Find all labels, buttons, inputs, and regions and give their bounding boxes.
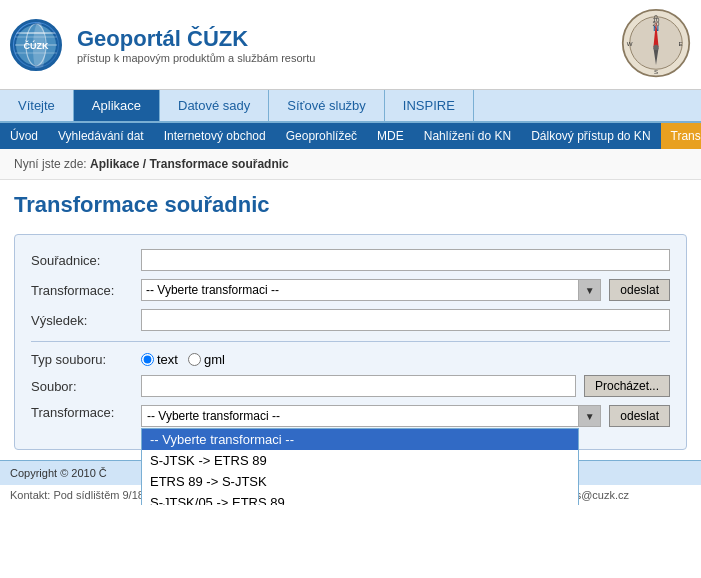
typ-souboru-label: Typ souboru: — [31, 352, 141, 367]
compass-area: 0 10 20 E S W N — [621, 8, 691, 81]
nav-datove-sady[interactable]: Datové sady — [160, 90, 269, 121]
dropdown-list: -- Vyberte transformaci -- S-JTSK -> ETR… — [141, 428, 579, 505]
logo-area: ČÚZK Geoportál ČÚZK přístup k mapovým pr… — [10, 19, 315, 71]
transformace-select-1[interactable]: -- Vyberte transformaci -- — [141, 279, 579, 301]
nav2-internetovy-obchod[interactable]: Internetový obchod — [154, 123, 276, 149]
vysledek-row: Výsledek: — [31, 309, 670, 331]
dropdown-item-vyberte[interactable]: -- Vyberte transformaci -- — [142, 429, 578, 450]
dropdown-item-sjtsk05-etrs89[interactable]: S-JTSK/05 -> ETRS 89 — [142, 492, 578, 505]
transformace-arrow-2[interactable]: ▼ — [579, 405, 601, 427]
radio-text-label[interactable]: text — [141, 352, 178, 367]
transformace-select-arrow-1[interactable]: ▼ — [579, 279, 601, 301]
logo-globe-icon: ČÚZK — [10, 19, 62, 71]
copyright-text: Copyright © 2010 Č — [10, 467, 107, 479]
odeslat-button-2[interactable]: odeslat — [609, 405, 670, 427]
souradnice-input[interactable] — [141, 249, 670, 271]
transformace-dropdown-area: ▼ -- Vyberte transformaci -- S-JTSK -> E… — [141, 405, 601, 427]
nav2-vyhledavani[interactable]: Vyhledávání dat — [48, 123, 154, 149]
prochazet-button[interactable]: Procházet... — [584, 375, 670, 397]
nav-aplikace[interactable]: Aplikace — [74, 90, 160, 121]
transformace-label-1: Transformace: — [31, 283, 141, 298]
typ-souboru-row: Typ souboru: text gml — [31, 352, 670, 367]
breadcrumb-path: Aplikace / Transformace souřadnic — [90, 157, 289, 171]
nav2-trans[interactable]: Trans — [661, 123, 701, 149]
nav-inspire[interactable]: INSPIRE — [385, 90, 474, 121]
page-title-area: Transformace souřadnic — [0, 180, 701, 224]
dropdown-item-etrs89-sjtsk[interactable]: ETRS 89 -> S-JTSK — [142, 471, 578, 492]
souradnice-label: Souřadnice: — [31, 253, 141, 268]
page-title: Transformace souřadnic — [14, 192, 687, 218]
vysledek-label: Výsledek: — [31, 313, 141, 328]
odeslat-button-1[interactable]: odeslat — [609, 279, 670, 301]
nav2-dalkovy-pristup[interactable]: Dálkový přístup do KN — [521, 123, 660, 149]
dropdown-item-sjtsk-etrs89[interactable]: S-JTSK -> ETRS 89 — [142, 450, 578, 471]
soubor-row: Soubor: Procházet... — [31, 375, 670, 397]
svg-text:ČÚZK: ČÚZK — [24, 40, 49, 51]
second-nav: Úvod Vyhledávání dat Internetový obchod … — [0, 123, 701, 149]
vysledek-input[interactable] — [141, 309, 670, 331]
soubor-input[interactable] — [141, 375, 576, 397]
header: ČÚZK Geoportál ČÚZK přístup k mapovým pr… — [0, 0, 701, 90]
svg-text:W: W — [627, 40, 633, 47]
nav-sitove-sluzby[interactable]: Síťové služby — [269, 90, 385, 121]
radio-gml-span: gml — [204, 352, 225, 367]
radio-text-span: text — [157, 352, 178, 367]
top-nav: Vítejte Aplikace Datové sady Síťové služ… — [0, 90, 701, 123]
form-divider — [31, 341, 670, 342]
transformace-input-2[interactable] — [141, 405, 579, 427]
compass-icon: 0 10 20 E S W N — [621, 8, 691, 78]
nav2-geoprohlizec[interactable]: Geoprohlížeč — [276, 123, 367, 149]
souradnice-row: Souřadnice: — [31, 249, 670, 271]
site-subtitle: přístup k mapovým produktům a službám re… — [77, 52, 315, 64]
radio-text[interactable] — [141, 353, 154, 366]
transformace-select-row-2: ▼ — [141, 405, 601, 427]
radio-gml-label[interactable]: gml — [188, 352, 225, 367]
nav2-uvod[interactable]: Úvod — [0, 123, 48, 149]
nav2-mde[interactable]: MDE — [367, 123, 414, 149]
svg-text:E: E — [678, 40, 682, 47]
site-title-heading: Geoportál ČÚZK — [77, 26, 315, 52]
form-container: Souřadnice: Transformace: -- Vyberte tra… — [14, 234, 687, 450]
svg-text:S: S — [654, 68, 658, 75]
breadcrumb: Nyní jste zde: Aplikace / Transformace s… — [0, 149, 701, 180]
soubor-label: Soubor: — [31, 379, 141, 394]
transformace-label-2: Transformace: — [31, 405, 141, 420]
transformace-row-1: Transformace: -- Vyberte transformaci --… — [31, 279, 670, 301]
site-title: Geoportál ČÚZK přístup k mapovým produkt… — [77, 26, 315, 64]
transformace-row-2: Transformace: ▼ -- Vyberte transformaci … — [31, 405, 670, 427]
radio-group: text gml — [141, 352, 225, 367]
transformace-select-wrapper-1: -- Vyberte transformaci -- ▼ — [141, 279, 601, 301]
nav-vitejte[interactable]: Vítejte — [0, 90, 74, 121]
breadcrumb-prefix: Nyní jste zde: — [14, 157, 87, 171]
svg-point-17 — [653, 45, 658, 50]
nav2-nahledani-kn[interactable]: Nahlížení do KN — [414, 123, 521, 149]
radio-gml[interactable] — [188, 353, 201, 366]
